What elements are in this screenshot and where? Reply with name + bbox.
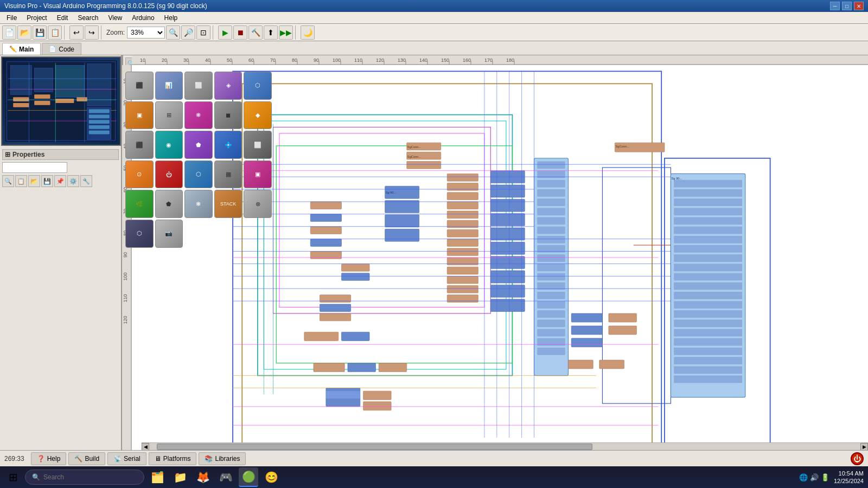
undo-button[interactable]: ↩ [69, 25, 84, 40]
volume-icon[interactable]: 🔊 [810, 473, 819, 481]
build-button[interactable]: 🔨 [248, 25, 263, 40]
taskbar-app-face[interactable]: 😊 [261, 467, 281, 487]
zoom-out-button[interactable]: 🔎 [181, 25, 195, 40]
stop-button[interactable]: ⏹ [233, 25, 247, 40]
run-button[interactable]: ▶▶ [279, 25, 293, 40]
upload-button[interactable]: ⬆ [264, 25, 278, 40]
properties-label: Properties [12, 151, 44, 158]
canvas-main[interactable]: SgConn... SgConn... Sg 90... SgConn... S… [132, 65, 868, 450]
menu-item-file[interactable]: File [2, 13, 21, 23]
scroll-right-arrow[interactable]: ▶ [860, 443, 868, 451]
menu-item-view[interactable]: View [104, 13, 126, 23]
serial-button[interactable]: 📡 Serial [107, 452, 146, 465]
component-20[interactable]: ▣ [244, 160, 272, 189]
menu-item-arduino[interactable]: Arduino [127, 13, 158, 23]
prop-btn-1[interactable]: 🔍 [2, 175, 14, 187]
prop-btn-2[interactable]: 📋 [15, 175, 27, 187]
component-8[interactable]: ❋ [184, 101, 213, 130]
component-5[interactable]: ⬡ [244, 72, 272, 100]
battery-icon[interactable]: 🔋 [821, 473, 829, 481]
component-15[interactable]: ⬜ [244, 131, 272, 159]
platforms-button[interactable]: 🖥 Platforms [149, 452, 197, 465]
component-9[interactable]: ◼ [214, 101, 242, 130]
component-11[interactable]: ⬛ [125, 131, 154, 159]
menu-item-search[interactable]: Search [73, 13, 103, 23]
titlebar-controls[interactable]: ─ □ ✕ [830, 2, 864, 10]
clock[interactable]: 10:54 AM 12/25/2024 [834, 470, 864, 485]
redo-button[interactable]: ↪ [85, 25, 99, 40]
zoom-in-button[interactable]: 🔍 [166, 25, 180, 40]
libraries-label: Libraries [215, 455, 240, 463]
canvas-area[interactable]: 10 20 30 40 50 60 70 80 90 100 [122, 55, 868, 450]
save-button[interactable]: 💾 [33, 25, 47, 40]
close-button[interactable]: ✕ [854, 2, 864, 10]
taskbar-app-firefox[interactable]: 🦊 [193, 467, 213, 487]
component-6[interactable]: ▣ [125, 101, 154, 130]
taskbar-app-files[interactable]: 🗂️ [148, 467, 167, 487]
scroll-left-arrow[interactable]: ◀ [142, 443, 149, 451]
settings-button[interactable]: 🌙 [301, 25, 315, 40]
component-23[interactable]: ❋ [184, 190, 213, 218]
svg-text:120: 120 [123, 316, 128, 324]
tab-main[interactable]: ✏️ Main [2, 43, 41, 55]
build-button[interactable]: 🔨 Build [68, 452, 105, 465]
prop-btn-3[interactable]: 📂 [28, 175, 40, 187]
component-16[interactable]: ⊙ [125, 160, 154, 189]
search-input[interactable] [43, 473, 125, 481]
zoom-select[interactable]: 25% 33% 50% 75% 100% [127, 27, 165, 38]
prop-btn-5[interactable]: 📌 [54, 175, 66, 187]
zoom-fit-button[interactable]: ⊡ [196, 25, 210, 40]
open-button[interactable]: 📂 [17, 25, 31, 40]
taskbar-app-visuino[interactable]: 🟢 [239, 467, 258, 487]
component-10[interactable]: ◆ [244, 101, 272, 130]
component-1[interactable]: ⬛ [125, 72, 154, 100]
menu-item-project[interactable]: Project [22, 13, 51, 23]
horizontal-scrollbar[interactable]: ◀ ▶ [142, 442, 868, 450]
horizontal-scroll-thumb[interactable] [157, 444, 592, 450]
component-19[interactable]: ▦ [214, 160, 242, 189]
svg-rect-24 [89, 125, 110, 129]
prop-btn-6[interactable]: ⚙️ [67, 175, 79, 187]
component-26[interactable]: ⬡ [125, 220, 154, 248]
taskbar-app-games[interactable]: 🎮 [216, 467, 235, 487]
minimize-button[interactable]: ─ [830, 2, 840, 10]
component-22[interactable]: ⬟ [155, 190, 183, 218]
component-21[interactable]: 🌿 [125, 190, 154, 218]
component-3[interactable]: ⬜ [184, 72, 213, 100]
component-24[interactable]: STACK [214, 190, 242, 218]
search-bar[interactable]: 🔍 [25, 470, 144, 485]
component-12[interactable]: ◉ [155, 131, 183, 159]
component-13[interactable]: ⬟ [184, 131, 213, 159]
svg-rect-171 [341, 273, 369, 281]
svg-rect-147 [537, 189, 565, 197]
libraries-button[interactable]: 📚 Libraries [199, 452, 246, 465]
tab-code[interactable]: 📄 Code [42, 43, 81, 55]
prop-btn-7[interactable]: 🔧 [80, 175, 92, 187]
svg-text:20: 20 [162, 57, 167, 63]
maximize-button[interactable]: □ [842, 2, 852, 10]
menu-item-help[interactable]: Help [160, 13, 182, 23]
properties-search-input[interactable] [2, 162, 67, 173]
component-7[interactable]: ⊞ [155, 101, 183, 130]
component-17[interactable]: ⏻ [155, 160, 183, 189]
prop-btn-4[interactable]: 💾 [41, 175, 53, 187]
play-button[interactable]: ▶ [218, 25, 232, 40]
taskbar-app-explorer[interactable]: 📁 [170, 467, 190, 487]
component-4[interactable]: ◈ [214, 72, 242, 100]
network-icon[interactable]: 🌐 [799, 473, 808, 481]
component-27[interactable]: 📷 [155, 220, 183, 248]
svg-rect-117 [490, 285, 525, 297]
circuit-canvas[interactable]: SgConn... SgConn... Sg 90... SgConn... S… [132, 65, 868, 450]
power-button[interactable]: ⏻ [851, 452, 864, 465]
svg-rect-3 [34, 68, 53, 92]
component-14[interactable]: 💠 [214, 131, 242, 159]
svg-rect-156 [537, 273, 565, 281]
component-18[interactable]: ⬡ [184, 160, 213, 189]
start-button[interactable]: ⊞ [4, 468, 22, 486]
component-25[interactable]: ⊗ [244, 190, 272, 218]
menu-item-edit[interactable]: Edit [53, 13, 73, 23]
save-as-button[interactable]: 📋 [48, 25, 62, 40]
help-button[interactable]: ❓ Help [31, 452, 67, 465]
component-2[interactable]: 📊 [155, 72, 183, 100]
new-button[interactable]: 📄 [2, 25, 16, 40]
